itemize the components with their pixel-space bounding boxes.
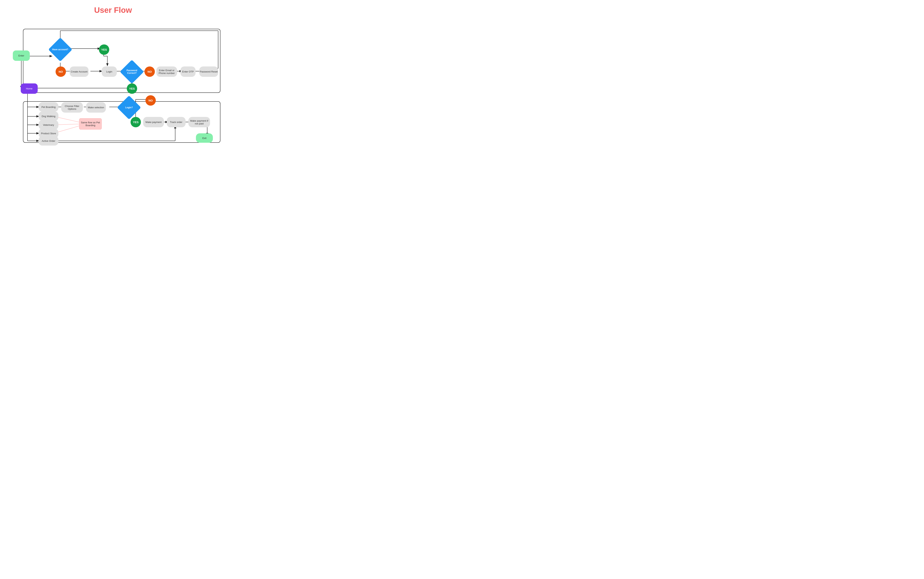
yes1-circle: YES bbox=[99, 44, 109, 55]
enter-otp-node: Enter OTP bbox=[180, 67, 195, 77]
active-order-node: Active Order bbox=[39, 136, 58, 146]
dog-walking-node: Dog Walking bbox=[39, 111, 58, 121]
pet-boarding-node: Pet Boarding bbox=[39, 102, 58, 112]
no1-circle: NO bbox=[56, 67, 66, 77]
veterinary-node: Veterinary bbox=[39, 120, 58, 129]
diagram-container: Enter Home Have account? YES NO Create A… bbox=[2, 18, 224, 147]
exit-node: Exit bbox=[196, 133, 213, 143]
no2-circle: NO bbox=[144, 67, 155, 77]
create-account-node: Create Account bbox=[70, 67, 88, 77]
yes2-circle: YES bbox=[127, 83, 137, 94]
page-title: User Flow bbox=[0, 0, 226, 18]
enter-node: Enter bbox=[13, 51, 30, 61]
same-flow-node: Same flow as Pet Boarding bbox=[79, 118, 102, 129]
enter-email-node: Enter Email or Phone number bbox=[156, 67, 177, 77]
password-reset-node: Password Reset bbox=[199, 67, 218, 77]
outer-box-top bbox=[23, 29, 220, 93]
yes3-circle: YES bbox=[131, 117, 141, 127]
home-node: Home bbox=[21, 83, 38, 94]
login-node: Login bbox=[102, 67, 117, 77]
make-payment-node: Make payment bbox=[143, 117, 164, 127]
no3-circle: NO bbox=[146, 95, 156, 106]
track-order-node: Track order bbox=[167, 117, 185, 127]
make-selection-node: Make selection bbox=[86, 102, 106, 113]
make-payment2-node: Make payment if not paid bbox=[188, 117, 210, 127]
choose-filter-node: Choose Filter Options bbox=[61, 102, 83, 113]
